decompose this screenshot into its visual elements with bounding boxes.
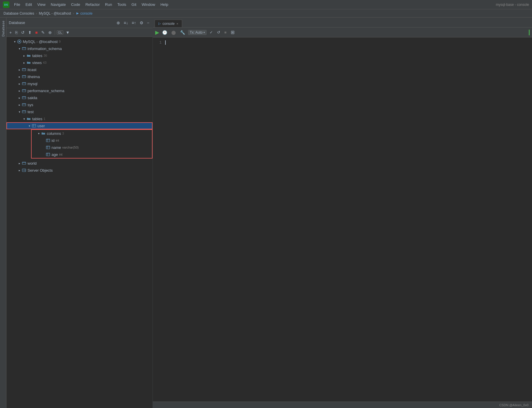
svg-rect-4 [22, 68, 26, 69]
db-icon-performance [22, 88, 26, 93]
expand-sys[interactable] [17, 102, 22, 107]
tree-item-itheima[interactable]: itheima [6, 73, 153, 80]
line-numbers: 1 [156, 40, 162, 405]
menu-tools[interactable]: Tools [115, 2, 129, 7]
menu-file[interactable]: File [12, 2, 23, 7]
table-view-btn[interactable]: ⊞ [230, 29, 236, 36]
tree-item-server-objects[interactable]: Server Objects [6, 167, 153, 174]
db-icon-test [22, 109, 26, 114]
refresh-btn[interactable]: ↺ [20, 30, 26, 35]
settings-btn[interactable]: ⚙ [139, 20, 144, 25]
tree-item-test-tables[interactable]: tables 1 [6, 115, 153, 122]
menu-help[interactable]: Help [158, 2, 171, 7]
tree-item-info-tables[interactable]: tables 36 [6, 52, 153, 59]
tree-item-col-age[interactable]: age int [32, 151, 152, 158]
chevron-down-icon: ▾ [203, 31, 205, 34]
tree-item-columns[interactable]: columns 3 [32, 130, 152, 137]
tab-close-btn[interactable]: × [176, 22, 178, 25]
gl-btn[interactable]: GL [57, 30, 64, 35]
menu-view[interactable]: View [35, 2, 48, 7]
tree-item-itcast[interactable]: itcast [6, 66, 153, 73]
tree-item-test[interactable]: test [6, 108, 153, 115]
menu-run[interactable]: Run [103, 2, 114, 7]
console-tab[interactable]: ▷ console × [155, 20, 182, 27]
column-icon-name [46, 145, 50, 150]
clock-btn[interactable]: 🕐 [161, 30, 168, 35]
new-query-btn[interactable]: + [8, 30, 13, 35]
edit-btn[interactable]: ✎ [40, 30, 46, 35]
tree-item-mysql[interactable]: mysql [6, 80, 153, 87]
world-label: world [28, 161, 37, 166]
expand-itheima[interactable] [17, 74, 22, 79]
close-panel-btn[interactable]: − [146, 20, 150, 25]
expand-info-tables[interactable] [22, 53, 26, 58]
add-datasource-btn[interactable]: ⊕ [116, 20, 121, 25]
expand-info-views[interactable] [22, 60, 26, 65]
tx-label: Tx: Auto [190, 30, 203, 35]
code-content[interactable] [165, 40, 529, 405]
breadcrumb-item-2[interactable]: MySQL - @localhost [39, 11, 71, 16]
svg-rect-2 [22, 47, 26, 48]
wrench-btn[interactable]: 🔧 [179, 30, 186, 35]
menu-window[interactable]: Window [139, 2, 158, 7]
stop-query-btn[interactable]: ⬤ [170, 30, 177, 35]
server-objects-icon [22, 168, 26, 173]
tree-item-info-views[interactable]: views 43 [6, 59, 153, 66]
menu-git[interactable]: Git [129, 2, 139, 7]
jump-to-btn[interactable]: ⬆ [27, 30, 33, 35]
menu-bar: File Edit View Navigate Code Refactor Ru… [12, 2, 494, 7]
expand-sakila[interactable] [17, 95, 22, 100]
menu-navigate[interactable]: Navigate [48, 2, 68, 7]
col-name-label: name [52, 145, 61, 150]
tree-item-performance-schema[interactable]: performance_schema [6, 87, 153, 94]
tree-item-col-id[interactable]: id int [32, 137, 152, 144]
tree-item-information-schema[interactable]: information_schema [6, 45, 153, 52]
code-editor[interactable]: 1 [153, 37, 532, 408]
expand-test-tables[interactable] [22, 116, 26, 121]
menu-refactor[interactable]: Refactor [83, 2, 102, 7]
expand-itcast[interactable] [17, 67, 22, 72]
expand-user[interactable] [27, 123, 32, 128]
test-label: test [28, 110, 34, 114]
menu-code[interactable]: Code [69, 2, 83, 7]
sys-label: sys [28, 103, 33, 107]
expand-columns[interactable] [36, 131, 41, 136]
expand-info-schema[interactable] [17, 46, 22, 51]
stop-btn[interactable]: ■ [34, 30, 39, 35]
tx-dropdown[interactable]: Tx: Auto ▾ [188, 30, 207, 35]
editor-panel: ▷ console × ▶ 🕐 ⬤ 🔧 Tx: Auto ▾ ✓ ↺ ■ ⊞ [153, 18, 532, 408]
tree-item-sakila[interactable]: sakila [6, 94, 153, 101]
user-label: user [37, 124, 45, 128]
cancel-btn[interactable]: ■ [223, 30, 228, 35]
tree-item-sys[interactable]: sys [6, 101, 153, 108]
expand-world[interactable] [17, 161, 22, 166]
expand-performance[interactable] [17, 88, 22, 93]
copy-btn[interactable]: ⎘ [14, 30, 19, 35]
tree-container[interactable]: MySQL - @localhost 9 information_schema … [6, 37, 153, 408]
title-bar: DG File Edit View Navigate Code Refactor… [0, 0, 532, 9]
expand-all-btn[interactable]: ≡↑ [131, 20, 137, 25]
breadcrumb-item-3[interactable]: console [76, 11, 93, 16]
db-icon-world [22, 161, 26, 166]
commit-btn[interactable]: ✓ [208, 30, 214, 35]
test-tables-label: tables [32, 117, 42, 121]
collapse-all-btn[interactable]: ≡↓ [123, 20, 129, 25]
vertical-database-tab[interactable]: Database [0, 18, 6, 408]
filter-btn[interactable]: ▼ [64, 30, 71, 35]
columns-section: columns 3 id int [31, 129, 153, 159]
revert-btn[interactable]: ↺ [216, 30, 221, 35]
tree-item-user[interactable]: user [6, 122, 153, 129]
menu-edit[interactable]: Edit [23, 2, 34, 7]
tree-item-col-name[interactable]: name varchar(50) [32, 144, 152, 151]
tab-console-label: console [162, 22, 175, 26]
expand-mysql-root[interactable] [12, 39, 17, 44]
tree-item-world[interactable]: world [6, 160, 153, 167]
link-btn[interactable]: ⊕ [47, 30, 53, 35]
run-button[interactable]: ▶ [155, 29, 159, 36]
expand-test[interactable] [17, 109, 22, 114]
breadcrumb-item-1[interactable]: Database Consoles [4, 11, 34, 16]
expand-mysql[interactable] [17, 81, 22, 86]
expand-server-objects[interactable] [17, 168, 22, 173]
tree-item-mysql-root[interactable]: MySQL - @localhost 9 [6, 38, 153, 45]
folder-icon-columns [41, 131, 46, 136]
